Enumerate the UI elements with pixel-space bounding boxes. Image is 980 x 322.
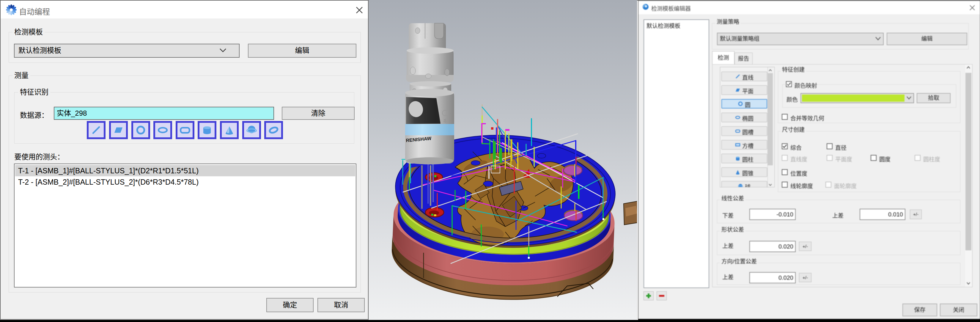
svg-text:V2: V2	[443, 119, 447, 123]
